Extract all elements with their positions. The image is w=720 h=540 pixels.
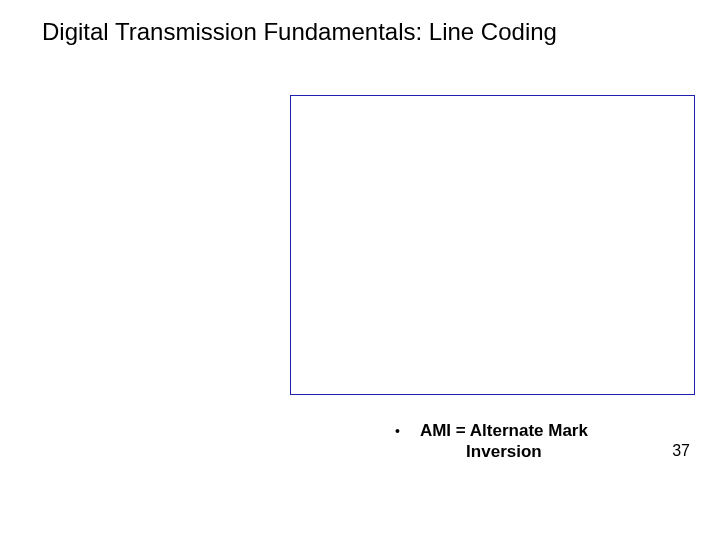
bullet-marker: • (395, 420, 420, 440)
bullet-text: AMI = Alternate Mark Inversion (420, 420, 588, 463)
slide-title: Digital Transmission Fundamentals: Line … (42, 18, 557, 46)
page-number: 37 (672, 442, 690, 460)
bullet-item: • AMI = Alternate Mark Inversion (395, 420, 645, 463)
bullet-line-1: AMI = Alternate Mark (420, 421, 588, 440)
bullet-line-2: Inversion (466, 442, 542, 461)
diagram-placeholder-box (290, 95, 695, 395)
